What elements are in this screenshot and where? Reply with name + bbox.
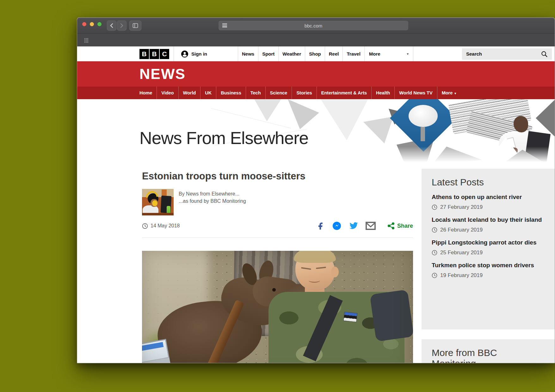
chevron-left-icon xyxy=(110,23,114,28)
subnav-science[interactable]: Science xyxy=(265,87,292,99)
news-logo[interactable]: NEWS xyxy=(139,67,186,81)
subnav-video[interactable]: Video xyxy=(157,87,178,99)
reader-mode-icon[interactable] xyxy=(222,23,227,27)
header-nav-more[interactable]: More▾ xyxy=(364,46,413,61)
subnav-entertainment-arts[interactable]: Entertainment & Arts xyxy=(317,87,371,99)
subnav-home[interactable]: Home xyxy=(135,87,157,99)
post-date: 26 February 2019 xyxy=(432,227,545,233)
clock-icon xyxy=(142,223,148,229)
close-window-button[interactable] xyxy=(82,22,86,26)
forward-button[interactable] xyxy=(117,21,126,31)
latest-post-item[interactable]: Pippi Longstocking parrot actor dies 25 … xyxy=(432,238,545,256)
subnav-health[interactable]: Health xyxy=(371,87,394,99)
subnav-uk[interactable]: UK xyxy=(200,87,216,99)
post-title[interactable]: Pippi Longstocking parrot actor dies xyxy=(432,238,545,247)
news-subnav: HomeVideoWorldUKBusinessTechScienceStori… xyxy=(77,87,555,99)
header-nav-label: Sport xyxy=(262,51,274,57)
app-grid-icon[interactable] xyxy=(84,38,89,43)
facebook-share-icon[interactable] xyxy=(316,221,325,230)
search-icon[interactable] xyxy=(541,51,548,57)
subnav-label: Video xyxy=(161,90,174,95)
latest-post-item[interactable]: Athens to open up ancient river 27 Febru… xyxy=(432,193,545,210)
more-panel-heading-line1: More from BBC xyxy=(432,347,545,358)
favorites-bar xyxy=(77,33,555,46)
article-meta-row: 14 May 2018 Share xyxy=(142,220,413,231)
person-icon xyxy=(181,50,188,58)
subnav-label: Business xyxy=(221,90,241,95)
post-date: 25 February 2019 xyxy=(432,250,545,256)
post-date-text: 27 February 2019 xyxy=(440,204,483,210)
post-date-text: 25 February 2019 xyxy=(440,250,483,256)
messenger-share-icon[interactable] xyxy=(332,221,342,231)
header-nav-label: Weather xyxy=(282,51,301,57)
header-nav-label: Shop xyxy=(309,51,321,57)
header-nav-news[interactable]: News xyxy=(238,46,258,61)
post-title[interactable]: Turkmen police stop women drivers xyxy=(432,261,545,269)
search-box[interactable]: Search xyxy=(462,48,552,60)
subnav-more[interactable]: More▾ xyxy=(437,87,461,99)
subnav-tech[interactable]: Tech xyxy=(246,87,265,99)
header-nav-weather[interactable]: Weather xyxy=(278,46,305,61)
header-nav-shop[interactable]: Shop xyxy=(305,46,325,61)
share-button[interactable]: Share xyxy=(387,222,413,230)
person-with-phone-graphic xyxy=(496,113,555,164)
back-button[interactable] xyxy=(107,21,116,31)
post-date: 27 February 2019 xyxy=(432,204,545,210)
article: Estonian troops turn moose-sitters By Ne… xyxy=(142,171,413,363)
email-share-icon[interactable] xyxy=(365,221,376,230)
more-from-bbc-panel: More from BBC Monitoring... xyxy=(422,339,555,363)
byline-thumbnail-image xyxy=(142,189,174,215)
newspaper-graphic xyxy=(448,99,532,134)
bbc-logo-block: B xyxy=(150,49,159,59)
sidebar-icon xyxy=(133,23,138,28)
subnav-label: World News TV xyxy=(399,90,432,95)
fullscreen-window-button[interactable] xyxy=(97,22,102,26)
share-label: Share xyxy=(397,223,413,229)
sign-in-label: Sign in xyxy=(191,51,207,57)
address-bar[interactable]: bbc.com xyxy=(219,21,408,30)
header-nav-label: More xyxy=(369,51,380,57)
post-title[interactable]: Athens to open up ancient river xyxy=(432,193,545,201)
subnav-world[interactable]: World xyxy=(178,87,200,99)
article-date: 14 May 2018 xyxy=(142,223,180,229)
chevron-down-icon: ▾ xyxy=(407,52,409,56)
header-nav-travel[interactable]: Travel xyxy=(342,46,364,61)
byline: By News from Elsewhere... ...as found by… xyxy=(142,189,413,215)
latest-post-item[interactable]: Locals want Iceland to buy their island … xyxy=(432,216,545,233)
desktop-background: bbc.com BBC Sign in NewsSportWeatherShop… xyxy=(0,0,555,392)
subnav-label: Home xyxy=(139,90,152,95)
subnav-business[interactable]: Business xyxy=(216,87,245,99)
browser-toolbar: bbc.com xyxy=(77,18,555,33)
twitter-share-icon[interactable] xyxy=(348,221,358,231)
bbc-logo-block: C xyxy=(160,49,169,59)
page-title: News From Elsewhere xyxy=(139,128,308,148)
news-masthead: NEWS xyxy=(77,61,555,87)
post-title[interactable]: Locals want Iceland to buy their island xyxy=(432,216,545,224)
clock-icon xyxy=(432,227,437,233)
clock-icon xyxy=(432,273,437,278)
article-headline: Estonian troops turn moose-sitters xyxy=(142,171,413,182)
chevron-down-icon: ▾ xyxy=(454,92,456,95)
chevron-right-icon xyxy=(120,23,124,28)
clock-icon xyxy=(432,204,437,210)
article-divider xyxy=(142,238,413,238)
bbc-logo[interactable]: BBC xyxy=(139,46,174,61)
header-nav-sport[interactable]: Sport xyxy=(258,46,278,61)
header-nav-reel[interactable]: Reel xyxy=(325,46,343,61)
sidebar-toggle-button[interactable] xyxy=(129,21,141,31)
latest-post-item[interactable]: Turkmen police stop women drivers 19 Feb… xyxy=(432,261,545,279)
subnav-world-news-tv[interactable]: World News TV xyxy=(394,87,437,99)
post-date: 19 February 2019 xyxy=(432,272,545,279)
post-date-text: 19 February 2019 xyxy=(440,272,483,279)
subnav-label: UK xyxy=(205,90,212,95)
subnav-label: Tech xyxy=(250,90,261,95)
subnav-stories[interactable]: Stories xyxy=(292,87,316,99)
sign-in-button[interactable]: Sign in xyxy=(174,46,238,61)
clock-icon xyxy=(432,250,437,256)
minimize-window-button[interactable] xyxy=(90,22,94,26)
search-placeholder: Search xyxy=(466,51,482,57)
browser-window: bbc.com BBC Sign in NewsSportWeatherShop… xyxy=(77,17,555,363)
latest-posts-panel: Latest Posts Athens to open up ancient r… xyxy=(422,169,555,329)
article-hero-image xyxy=(142,251,413,363)
subnav-label: World xyxy=(183,90,196,95)
